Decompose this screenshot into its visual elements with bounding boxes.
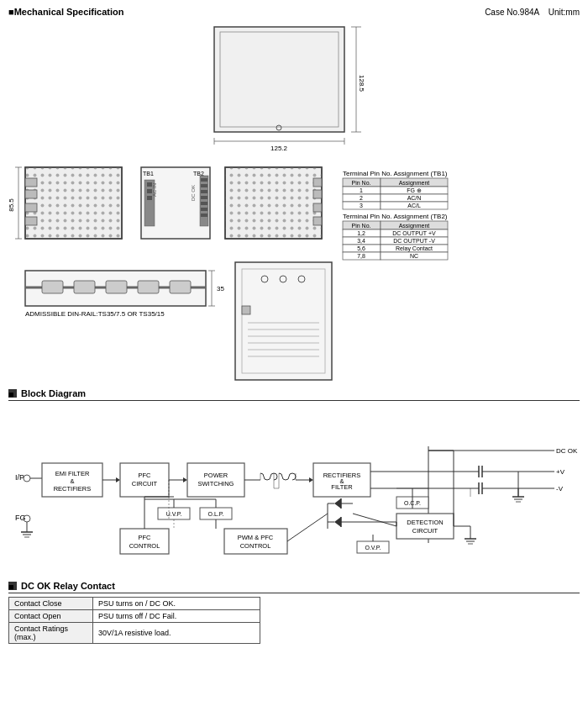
svg-rect-36	[313, 178, 322, 187]
svg-marker-123	[309, 477, 313, 482]
ovp-label: O.V.P.	[365, 545, 381, 551]
relay-row-2-value: PSU turns off / DC Fail.	[93, 610, 260, 623]
section-title-mech: ■ Mechanical Specification	[8, 7, 123, 17]
block-diagram-icon: ■	[8, 389, 17, 398]
svg-rect-82	[170, 281, 191, 293]
pfc-control-label: PFC	[139, 534, 152, 541]
block-diagram-svg: I/P FG EMI FILTER & RECTIFIERS PFC CIRCU…	[8, 404, 580, 572]
svg-text:FILTER: FILTER	[331, 483, 353, 491]
svg-rect-86	[235, 262, 332, 380]
case-info: Case No.984A Unit:mm	[485, 8, 580, 17]
svg-line-177	[287, 514, 328, 541]
svg-text:AC/N: AC/N	[407, 195, 422, 201]
svg-rect-28	[201, 190, 207, 193]
olp-label: O.L.P.	[208, 511, 224, 517]
table-row: Contact Close PSU turns on / DC OK.	[9, 598, 260, 610]
block-diagram-section: ■ Block Diagram I/P FG EMI FILTER & RECT…	[8, 388, 580, 574]
relay-title: DC OK Relay Contact	[21, 581, 115, 591]
svg-rect-39	[313, 217, 322, 225]
svg-text:3: 3	[360, 203, 363, 208]
svg-rect-91	[242, 306, 250, 314]
svg-text:DC OUTPUT -V: DC OUTPUT -V	[393, 238, 435, 244]
block-diagram-title: Block Diagram	[21, 388, 86, 398]
svg-rect-29	[201, 196, 207, 199]
relay-row-1-label: Contact Close	[9, 598, 93, 610]
svg-text:NC: NC	[410, 253, 418, 259]
dim-height-label: 128.5	[358, 75, 365, 92]
svg-text:DC OUTPUT +V: DC OUTPUT +V	[392, 230, 436, 236]
svg-text:Pin No.: Pin No.	[352, 223, 371, 229]
front-label-ac: AC IN	[152, 183, 157, 197]
mech-spec-section: ■ Mechanical Specification Case No.984A …	[8, 7, 580, 382]
svg-rect-79	[74, 281, 95, 293]
svg-text:RECTIFIERS: RECTIFIERS	[54, 485, 92, 493]
section-icon: ■	[8, 7, 14, 17]
svg-rect-26	[201, 178, 207, 182]
svg-rect-13	[25, 178, 37, 187]
mechanical-drawings: 128.5 125.2 85.5 TB1 TB2	[8, 20, 580, 382]
mech-header-row: ■ Mechanical Specification Case No.984A …	[8, 7, 580, 17]
svg-text:3,4: 3,4	[357, 238, 365, 244]
plus-v-label: +V	[556, 468, 565, 476]
relay-row-1-value: PSU turns on / DC OK.	[93, 598, 260, 610]
svg-rect-161	[224, 529, 287, 554]
relay-icon: ■	[8, 582, 17, 590]
dc-ok-label: DC OK	[556, 447, 578, 455]
svg-text:7,8: 7,8	[357, 253, 365, 259]
svg-rect-27	[201, 184, 207, 187]
emi-label: EMI FILTER	[55, 470, 90, 477]
svg-rect-81	[138, 281, 159, 293]
relay-table: Contact Close PSU turns on / DC OK. Cont…	[8, 597, 260, 644]
svg-rect-38	[313, 203, 322, 212]
svg-marker-157	[334, 517, 341, 527]
svg-marker-113	[183, 477, 187, 482]
svg-text:CONTROL: CONTROL	[129, 542, 160, 550]
tb1-label: TB1	[143, 171, 154, 177]
tb1-table-title: Terminal Pin No. Assignment (TB1)	[343, 170, 448, 177]
svg-text:Assignment: Assignment	[399, 180, 430, 187]
uvp-label: U.V.P.	[166, 511, 182, 517]
svg-rect-14	[25, 190, 37, 198]
svg-rect-25	[200, 176, 208, 226]
svg-rect-34	[225, 167, 322, 239]
power-switching-label: POWER	[204, 472, 228, 479]
svg-text:FG ⊕: FG ⊕	[407, 187, 422, 193]
svg-text:1,2: 1,2	[357, 230, 365, 236]
svg-text:&: &	[70, 477, 74, 485]
svg-rect-15	[25, 203, 37, 212]
svg-rect-31	[201, 208, 207, 211]
svg-text:1: 1	[360, 187, 363, 193]
svg-text:5,6: 5,6	[357, 245, 365, 251]
relay-section-header: ■ DC OK Relay Contact	[8, 581, 580, 593]
svg-text:CONTROL: CONTROL	[240, 542, 271, 550]
svg-marker-153	[334, 498, 341, 509]
dim-side-height: 85.5	[8, 198, 15, 212]
tb2-table-title: Terminal Pin No. Assignment (TB2)	[343, 213, 448, 220]
relay-row-3-label: Contact Ratings (max.)	[9, 623, 93, 644]
ip-label: I/P	[15, 473, 24, 482]
din-height-label: 35	[217, 285, 224, 293]
svg-rect-0	[214, 27, 344, 132]
relay-row-3-value: 30V/1A resistive load.	[93, 623, 260, 644]
svg-rect-11	[25, 167, 122, 239]
svg-text:Pin No.: Pin No.	[352, 180, 371, 186]
svg-text:Relay Contact: Relay Contact	[396, 245, 433, 252]
svg-rect-145	[396, 514, 454, 539]
block-diagram-header: ■ Block Diagram	[8, 388, 580, 401]
svg-rect-165	[120, 529, 169, 554]
svg-rect-80	[106, 281, 127, 293]
svg-rect-37	[313, 190, 322, 198]
pfc-circuit-label: PFC	[139, 472, 152, 479]
svg-text:2: 2	[360, 195, 363, 201]
svg-line-185	[353, 514, 396, 526]
svg-text:CIRCUIT: CIRCUIT	[412, 527, 438, 535]
detection-label: DETECTION	[407, 519, 443, 526]
svg-rect-16	[25, 217, 37, 225]
table-row: Contact Open PSU turns off / DC Fail.	[9, 610, 260, 623]
minus-v-label: -V	[556, 485, 564, 493]
svg-text:Assignment: Assignment	[399, 223, 430, 229]
pwm-pfc-label: PWM & PFC	[238, 534, 274, 541]
svg-point-98	[24, 475, 30, 482]
relay-row-2-label: Contact Open	[9, 610, 93, 623]
relay-section: ■ DC OK Relay Contact Contact Close PSU …	[8, 581, 580, 644]
